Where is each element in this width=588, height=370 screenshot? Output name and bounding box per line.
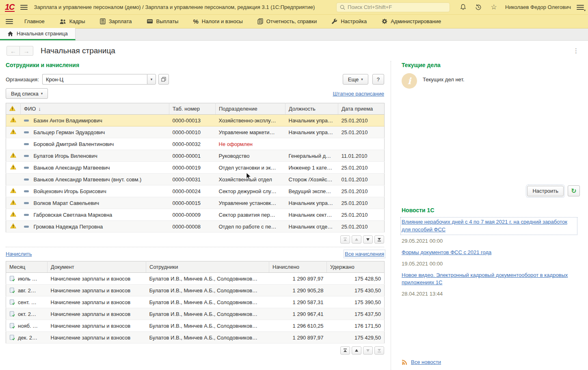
- go-prev-button[interactable]: [352, 346, 361, 355]
- column-header-hiredate[interactable]: Дата приема: [338, 103, 385, 115]
- section-vyplaty[interactable]: Выплаты: [140, 15, 185, 28]
- posted-document-icon: [9, 311, 15, 317]
- section-otchetnost[interactable]: Отчетность, справки: [251, 15, 323, 28]
- back-button[interactable]: ←: [6, 46, 20, 56]
- current-user[interactable]: Николаев Федор Олегович: [505, 4, 571, 10]
- table-row[interactable]: дек. 2… Начисление зарплаты и взносовБул…: [6, 332, 385, 344]
- news-item-link[interactable]: Влияние нерабочих дней с 4 по 7 мая 2021…: [402, 218, 576, 234]
- go-last-button[interactable]: [374, 346, 384, 355]
- notifications-bell-icon[interactable]: [459, 3, 467, 11]
- organization-open-button[interactable]: [158, 74, 169, 85]
- section-nastroyka[interactable]: Настройка: [325, 15, 373, 28]
- percent-icon: %: [193, 18, 198, 25]
- rss-icon: [402, 359, 408, 365]
- warning-icon: [10, 164, 16, 170]
- table-row[interactable]: нояб. … Начисление зарплаты и взносовБул…: [6, 320, 385, 332]
- column-header-withheld[interactable]: Удержано: [327, 261, 385, 273]
- page-title: Начальная страница: [41, 46, 115, 55]
- news-item-link[interactable]: Новое видео. Электронный кадровый докуме…: [402, 272, 576, 287]
- warning-icon: [10, 211, 16, 217]
- more-button[interactable]: Еще▾: [343, 74, 368, 85]
- warning-column-header[interactable]: [6, 103, 21, 115]
- section-label: Настройка: [341, 18, 367, 24]
- table-row[interactable]: Волков Марат Савельевич 0000-00015Управл…: [6, 197, 385, 209]
- column-header-month[interactable]: Месяц: [6, 261, 48, 273]
- warning-icon: [10, 223, 16, 229]
- section-kadry[interactable]: Кадры: [53, 15, 92, 28]
- chevron-down-icon: ▾: [361, 77, 363, 81]
- section-administrirovanie[interactable]: Администрирование: [375, 15, 447, 28]
- table-row[interactable]: Бальцер Герман Эдуардович 0000-00010Упра…: [6, 126, 385, 138]
- warning-icon: [10, 129, 16, 134]
- table-row[interactable]: Габровская Светлана Марковна 0000-00009С…: [6, 209, 385, 221]
- go-prev-button[interactable]: [352, 235, 361, 244]
- list-view-button[interactable]: Вид списка▾: [6, 88, 48, 99]
- news-item-date: 19.05.2021 00:00: [402, 261, 580, 267]
- posted-document-icon: [9, 299, 15, 305]
- accruals-table-nav: [6, 346, 384, 355]
- forward-button[interactable]: →: [20, 46, 33, 56]
- table-row[interactable]: Ваньков Александр Матвеевич 0000-00019От…: [6, 162, 385, 174]
- column-header-position[interactable]: Должность: [285, 103, 338, 115]
- sections-menu-icon[interactable]: [6, 18, 13, 25]
- table-row[interactable]: Боровой Дмитрий Валентинович 0000-00032Н…: [6, 138, 385, 150]
- 1c-logo: 1С: [5, 3, 15, 12]
- go-next-button[interactable]: [363, 346, 373, 355]
- home-icon: [7, 31, 13, 37]
- column-header-accrued[interactable]: Начислено: [269, 261, 327, 273]
- accrue-link[interactable]: Начислить: [6, 251, 32, 257]
- history-icon[interactable]: [474, 3, 482, 11]
- accruals-header-row: Месяц Документ Сотрудники Начислено Удер…: [6, 261, 385, 273]
- service-menu-icon[interactable]: [577, 4, 584, 11]
- main-menu-icon[interactable]: [20, 4, 28, 11]
- status-dash-icon: [24, 226, 29, 228]
- go-next-button[interactable]: [363, 235, 373, 244]
- table-row[interactable]: Ваньков Александр Матвеевич (внут. совм.…: [6, 174, 385, 185]
- status-dash-icon: [24, 131, 29, 133]
- configure-button[interactable]: Настроить: [527, 186, 564, 196]
- favorites-star-icon[interactable]: ☆: [490, 3, 498, 11]
- search-icon: [340, 4, 345, 10]
- section-nalogi[interactable]: % Налоги и взносы: [186, 15, 249, 28]
- section-label: Зарплата: [109, 18, 132, 24]
- warning-icon: [10, 188, 16, 193]
- staffing-schedule-link[interactable]: Штатное расписание: [333, 91, 384, 97]
- tab-home[interactable]: Начальная страница: [0, 28, 76, 40]
- employees-table-nav: [6, 235, 384, 244]
- table-row[interactable]: сент. … Начисление зарплаты и взносовБул…: [6, 296, 385, 308]
- go-first-button[interactable]: [340, 346, 350, 355]
- refresh-icon: ↻: [571, 187, 576, 195]
- go-last-button[interactable]: [374, 235, 384, 244]
- table-row[interactable]: Булатов Игорь Виленович 0000-00001Руково…: [6, 150, 385, 162]
- all-accruals-link[interactable]: Все начисления: [345, 251, 384, 257]
- table-row[interactable]: авг. 2… Начисление зарплаты и взносовБул…: [6, 285, 385, 296]
- organization-dropdown-icon[interactable]: ▾: [147, 74, 156, 85]
- help-button[interactable]: ?: [372, 74, 384, 85]
- go-first-button[interactable]: [340, 235, 350, 244]
- organization-label: Организация:: [6, 76, 39, 83]
- all-news-link[interactable]: Все новости: [411, 359, 441, 365]
- global-search[interactable]: [336, 2, 450, 12]
- column-header-fio[interactable]: ФИО↓: [21, 103, 169, 115]
- table-row[interactable]: Громова Надежда Петровна 0000-00008Отдел…: [6, 221, 385, 233]
- news-section-title: Новости 1С: [402, 207, 580, 213]
- refresh-button[interactable]: ↻: [568, 185, 580, 196]
- info-icon: i: [402, 73, 417, 89]
- table-row[interactable]: окт. 2… Начисление зарплаты и взносовБул…: [6, 308, 385, 320]
- search-input[interactable]: [348, 4, 446, 10]
- table-row[interactable]: Базин Антон Владимирович 0000-00013Хозяй…: [6, 115, 385, 126]
- section-main[interactable]: Главное: [18, 15, 51, 28]
- column-header-emps[interactable]: Сотрудники: [146, 261, 269, 273]
- section-zarplata[interactable]: Зарплата: [93, 15, 138, 28]
- reports-icon: [257, 18, 263, 24]
- column-header-dept[interactable]: Подразделение: [216, 103, 285, 115]
- column-header-tabnum[interactable]: Таб. номер: [169, 103, 216, 115]
- column-header-doc[interactable]: Документ: [48, 261, 146, 273]
- organization-input[interactable]: [42, 74, 147, 85]
- posted-document-icon: [9, 287, 15, 293]
- table-row[interactable]: Войцехович Игорь Борисович 0000-00024Сек…: [6, 185, 385, 197]
- organization-combo: ▾: [42, 74, 156, 85]
- more-actions-kebab-icon[interactable]: ⋮: [571, 47, 582, 54]
- news-item-link[interactable]: Формы документов ФСС с 2021 года: [402, 249, 576, 257]
- table-row[interactable]: июль … Начисление зарплаты и взносовБула…: [6, 273, 385, 285]
